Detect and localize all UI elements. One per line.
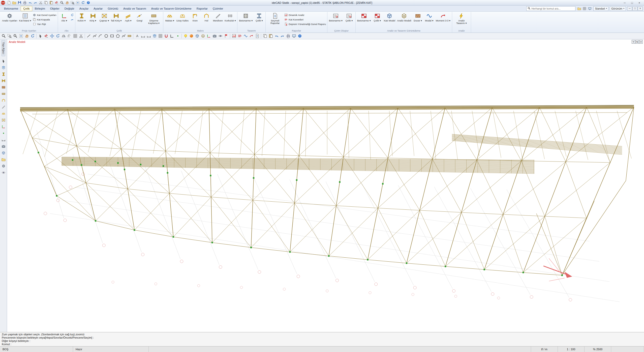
regen-button[interactable] [81,0,85,5]
tab-cizimler[interactable]: Çizimler [210,6,226,11]
zoom-extents-button[interactable] [75,0,80,5]
aks-dondur-button[interactable] [71,13,74,17]
merdiven-button[interactable]: Merdiven [212,12,224,29]
layout-button[interactable] [582,6,587,11]
tab-analiz-ve-tasarim[interactable]: Analiz ve Tasarım [121,6,149,11]
model-tree-button[interactable] [1,65,6,70]
tali-kiris-button[interactable]: Tali Kiriş ▾ [110,12,122,29]
kat-kopyala-button[interactable]: Kat Kopyala [33,18,56,21]
mark-button[interactable] [223,33,229,39]
display-settings-button[interactable] [291,33,297,39]
mdi-close-button[interactable]: × [638,7,643,11]
story-forces-button[interactable] [237,33,242,39]
goruntule-celik-button[interactable]: Çelik ▾ [372,12,383,29]
select-tool-button[interactable] [1,59,6,64]
copy-button[interactable] [262,33,268,39]
capraz-button[interactable]: Çapraz ▾ [99,12,110,29]
kat-kuvvetleri-button[interactable]: Kat Kuvvetleri [284,18,326,21]
erase-button[interactable] [43,33,49,39]
frame-tool-button[interactable] [1,98,6,103]
duvar-button[interactable]: Duvar ▾ [412,12,423,29]
cizim-betonarme-button[interactable]: Betonarme ▾ [328,12,343,29]
redo-button[interactable] [33,0,38,5]
zoom-realtime-button[interactable] [1,33,6,39]
spline-button[interactable] [121,33,126,39]
move-button[interactable] [49,33,55,39]
diagram-button[interactable] [231,33,237,39]
asik-button[interactable]: Aşık ▾ [122,12,134,29]
osnap-button[interactable] [163,33,169,39]
slab-tool-button[interactable] [1,91,6,97]
command-panel[interactable]: Zum yapmak için objeleri seçin. (Sonland… [0,332,644,346]
zoom-window-button[interactable] [7,33,12,39]
zoom-realtime-button[interactable] [59,0,64,5]
pan-button[interactable] [65,0,70,5]
hatch-button[interactable] [127,33,132,39]
library-tool-button[interactable] [1,157,6,162]
mdi-restore-button[interactable]: □ [632,7,637,11]
doseme-kaplama-button[interactable]: Döşeme Kaplama ▾ [145,12,162,29]
zoom-extents-button[interactable] [18,33,24,39]
korkuluk-button[interactable]: Korkuluk ▾ [224,12,236,29]
view-button-n[interactable]: N [635,40,639,44]
goruntule-betonarme-button[interactable]: Betonarme ▾ [356,12,372,29]
aks-otele-button[interactable] [71,18,74,21]
offset-button[interactable] [67,33,72,39]
rectangle-button[interactable] [109,33,115,39]
tab-objeler[interactable]: Objeler [48,6,62,11]
tab-araclar[interactable]: Araçlar [77,6,91,11]
dimension-button[interactable] [140,33,146,39]
print-button[interactable] [22,0,27,5]
model-canvas[interactable]: Analiz Modeli YNV [7,39,644,332]
undo-button[interactable] [28,0,33,5]
polygon-button[interactable] [115,33,120,39]
save-button[interactable] [17,0,22,5]
column-tool-button[interactable] [1,72,6,77]
maximize-button[interactable]: □ [628,1,636,5]
yapi-agaci-tab[interactable]: Yapı Ağacı [2,40,5,56]
open-project-button[interactable] [577,6,581,11]
makas-button[interactable]: Makas ▾ [164,12,175,29]
view-button-v[interactable]: V [639,40,643,44]
moment-diagram-button[interactable] [249,33,254,39]
kati-model-button[interactable]: Katı Model [383,12,396,29]
search-input[interactable] [531,7,574,10]
copy-button[interactable] [44,0,48,5]
secmeli-raporlar-button[interactable]: Seçmeli Raporlar [266,12,284,29]
print-button[interactable] [285,33,291,39]
kren-button[interactable]: Kren [190,12,201,29]
paste-button[interactable] [268,33,273,39]
brace-tool-button[interactable] [1,118,6,123]
wall-tool-button[interactable] [1,85,6,90]
yari-rijit-toggle[interactable]: Yarı Rijit [33,22,56,26]
standart-dropdown[interactable]: Standart [593,6,608,11]
help-button[interactable]: ? [297,33,302,39]
tab-betonarme[interactable]: Betonarme [2,6,21,11]
truss-tool-button[interactable] [1,111,6,116]
mode-shape-button[interactable] [243,33,248,39]
grid-toggle-button[interactable] [158,33,163,39]
axis-tool-button[interactable] [1,124,6,129]
tasarim-betonarme-button[interactable]: Betonarme ▾ [238,12,253,29]
new-file-button[interactable] [7,0,11,5]
text-button[interactable]: A [134,33,140,39]
tab-raporlar[interactable]: Raporlar [194,6,210,11]
help-button[interactable]: ? [86,0,91,5]
mirror-button[interactable] [61,33,66,39]
render-material-button[interactable] [189,33,194,39]
measure-button[interactable] [146,33,151,39]
stairs-tool-button[interactable] [1,104,6,110]
kolon-button[interactable]: Kolon ▾ [76,12,87,29]
tab-degistir[interactable]: Değiştir [62,6,77,11]
gorunum-dropdown[interactable]: Görünüm [610,6,626,11]
trim-button[interactable] [78,33,84,39]
tab-birlesim[interactable]: Birleşim [32,6,48,11]
array-button[interactable] [72,33,78,39]
kat-listesi-button[interactable]: Kat listesi ▾ [18,12,32,29]
redo-button[interactable] [280,33,285,39]
tab-ayarlar[interactable]: Ayarlar [91,6,105,11]
kiris-button[interactable]: Kiriş ▾ [87,12,99,29]
beam-tool-button[interactable] [1,78,6,84]
report-view-button[interactable] [254,33,260,39]
wireframe-button[interactable] [200,33,206,39]
